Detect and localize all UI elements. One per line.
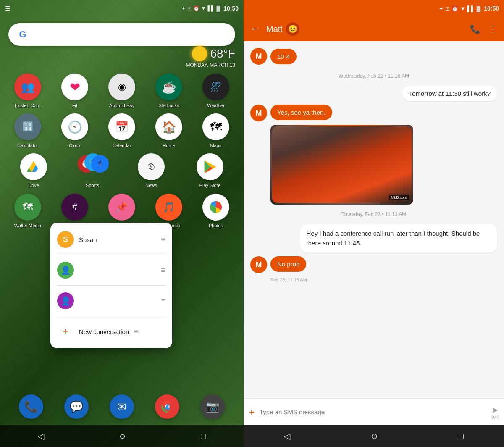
sports-label: Sports — [86, 183, 99, 188]
weather-date: MONDAY, MARCH 13 — [186, 62, 235, 68]
dock-inbox[interactable]: ✉ — [110, 394, 134, 419]
dock-camera[interactable]: 📷 — [200, 394, 225, 419]
starbucks-label: Starbucks — [159, 103, 179, 108]
vibrate-icon: ⊡ — [187, 5, 192, 11]
message-no-prob: M No prob — [250, 256, 497, 273]
fit-icon: ❤ — [61, 74, 88, 100]
left-nav-back[interactable]: ◁ — [38, 431, 44, 441]
app-sports-group[interactable]: ⚾ 🐦 f Sports — [72, 153, 113, 188]
play-music-icon: 🎵 — [155, 194, 182, 221]
app-calculator[interactable]: 🔢 Calculator — [8, 113, 48, 148]
shortcut-divider-3 — [57, 316, 165, 316]
app-trusted-contacts[interactable]: 👥 Trusted Con.. — [8, 74, 48, 108]
calendar-label: Calendar — [113, 143, 131, 148]
app-drive[interactable]: Drive — [13, 153, 54, 188]
maps-icon: 🗺 — [202, 113, 229, 140]
trusted-contacts-icon: 👥 — [14, 74, 41, 100]
app-starbucks[interactable]: ☕ Starbucks — [149, 74, 189, 108]
app-play-store[interactable]: Play Store — [190, 153, 230, 188]
shortcut-contact-3[interactable]: 👤 ≡ — [50, 287, 172, 314]
sms-message-input[interactable] — [260, 408, 486, 415]
app-photos[interactable]: Photos — [196, 194, 236, 229]
app-news[interactable]: 𝔇 News — [131, 153, 171, 188]
chat-add-button[interactable]: + — [249, 406, 255, 418]
chat-network-icon: ▌▌ — [467, 5, 475, 12]
starbucks-icon: ☕ — [155, 74, 182, 100]
notification-icon: ☰ — [5, 5, 10, 12]
chat-back-button[interactable]: ← — [250, 24, 260, 34]
shortcut-new-conversation[interactable]: + New conversation ≡ — [50, 318, 172, 345]
app-row-2: 🔢 Calculator 🕙 Clock 📅 Calendar 🏠 — [4, 113, 239, 148]
app-android-pay[interactable]: ◉ Android Pay — [102, 74, 142, 108]
bubble-no-prob: No prob — [270, 256, 306, 272]
app-maps[interactable]: 🗺 Maps — [196, 113, 236, 148]
app-calendar[interactable]: 📅 Calendar — [102, 113, 142, 148]
facebook-icon: f — [91, 155, 109, 173]
app-home[interactable]: 🏠 Home — [149, 113, 189, 148]
new-conversation-plus-icon: + — [57, 323, 74, 340]
photos-label: Photos — [209, 223, 223, 229]
contact3-drag-handle: ≡ — [161, 297, 165, 305]
left-nav-home[interactable]: ○ — [119, 430, 126, 442]
susan-avatar-letter: S — [63, 235, 68, 244]
chat-time: 10:50 — [484, 5, 499, 12]
chat-header: ← Matt 😊 📞 ⋮ — [244, 17, 504, 41]
android-pay-icon: ◉ — [108, 74, 135, 100]
signal-icon: ▼ — [201, 5, 206, 11]
shortcut-susan[interactable]: S Susan ≡ — [50, 226, 172, 253]
date-sep-2: Thursday, Feb 23 • 11:13 AM — [250, 211, 497, 217]
bubble-conference: Hey I had a conference call run later th… — [300, 224, 497, 253]
trusted-contacts-label: Trusted Con.. — [14, 103, 42, 108]
app-weather[interactable]: ⛈ Weather — [196, 74, 236, 108]
walter-media-label: Walter Media — [14, 223, 41, 229]
app-fit[interactable]: ❤ Fit — [55, 74, 95, 108]
chat-more-button[interactable]: ⋮ — [489, 24, 497, 34]
contact2-drag-handle: ≡ — [161, 266, 165, 275]
chat-alarm-icon: ⏰ — [452, 5, 458, 12]
chat-image-content: MLB.com — [270, 125, 413, 205]
temperature: 68°F — [210, 47, 235, 60]
susan-avatar: S — [57, 231, 74, 248]
bubble-yes: Yes, see ya then. — [270, 105, 332, 120]
shortcut-contact-2[interactable]: 👤 ≡ — [50, 257, 172, 284]
drive-label: Drive — [28, 183, 39, 188]
dock-messages[interactable]: 💬 — [64, 394, 89, 419]
right-nav-back[interactable]: ◁ — [284, 431, 290, 441]
chat-phone-button[interactable]: 📞 — [470, 24, 480, 34]
send-label: SMS — [491, 415, 499, 419]
date-sep-1: Wednesday, Feb 22 • 11:16 AM — [250, 73, 497, 79]
message-tomorrow: Tomorrow at 11:30 still work? — [250, 86, 497, 101]
left-status-bar: ☰ ✦ ⊡ ⏰ ▼ ▌▌ ▓ 10:50 — [0, 0, 244, 17]
messages-shortcut-popup: S Susan ≡ 👤 ≡ 👤 ≡ + New conversation ≡ — [50, 223, 172, 348]
new-conversation-handle: ≡ — [134, 327, 139, 336]
chat-gif-image: MLB.com — [270, 125, 413, 205]
keep-icon: 📌 — [108, 194, 135, 221]
app-walter-media[interactable]: 🗺 Walter Media — [8, 194, 48, 229]
chat-action-buttons: 📞 ⋮ — [470, 24, 497, 34]
weather-widget: 68°F MONDAY, MARCH 13 — [186, 46, 235, 68]
new-conversation-label: New conversation — [79, 328, 129, 335]
weather-row: 68°F — [192, 46, 235, 61]
left-nav-recent[interactable]: □ — [201, 431, 206, 441]
dock-phone[interactable]: 📞 — [19, 394, 43, 419]
walter-media-icon: 🗺 — [14, 194, 41, 221]
photos-icon — [202, 194, 229, 221]
right-nav-recent[interactable]: □ — [459, 431, 464, 441]
slack-icon: # — [61, 194, 88, 221]
chat-send-button[interactable]: ➤ SMS — [491, 405, 499, 419]
matt-avatar-3: M — [250, 256, 267, 273]
right-nav-home[interactable]: ○ — [371, 429, 378, 443]
chat-title: Matt 😊 — [266, 22, 463, 36]
chat-input-area: + ➤ SMS — [244, 398, 504, 425]
home-label: Home — [163, 143, 175, 148]
weather-icon: ⛈ — [202, 74, 229, 100]
clock-label: Clock — [69, 143, 81, 148]
status-right-area: ✦ ⊡ ⏰ ▼ ▌▌ ▓ 10:50 — [181, 5, 239, 12]
chat-contact-avatar: 😊 — [286, 22, 299, 36]
app-clock[interactable]: 🕙 Clock — [55, 113, 95, 148]
contact2-avatar: 👤 — [57, 262, 74, 279]
maps-label: Maps — [210, 143, 222, 148]
search-bar[interactable]: G — [8, 23, 235, 46]
play-store-label: Play Store — [200, 183, 221, 188]
dock-chrome[interactable] — [155, 394, 179, 419]
